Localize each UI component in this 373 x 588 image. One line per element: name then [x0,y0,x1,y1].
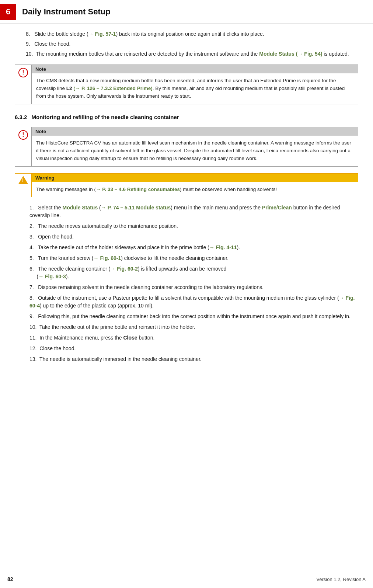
intro-list: 8. Slide the bottle sledge (→ Fig. 57-1)… [26,30,358,58]
step-num: 11. [29,335,38,341]
step-num: 8. [29,295,36,301]
note-content-2: Note The HistoCore SPECTRA CV has an aut… [31,127,358,166]
note-icon: ! [18,68,28,77]
step-text: Take the needle out of the holder sidewa… [38,244,240,250]
close-btn-ref: Close [123,335,137,341]
note-body-1: The CMS detects that a new mounting medi… [32,73,358,104]
step-num: 1. [29,205,36,211]
step-num: 3. [29,234,36,240]
list-item: 1. Select the Module Status (→ P. 74 – 5… [29,204,358,219]
ref-fig54: (→ Fig. 54) [296,51,323,57]
step-num: 4. [29,244,36,250]
step-text: Following this, put the needle cleaning … [38,313,351,319]
step-num: 9. [29,313,36,319]
list-item: 10. The mounting medium bottles that are… [26,50,358,58]
list-item: 5. Turn the knurled screw (→ Fig. 60-1) … [29,254,358,262]
note-box-2: ! Note The HistoCore SPECTRA CV has an a… [15,127,358,167]
step-num: 5. [29,255,36,261]
step-text: Select the Module Status (→ P. 74 – 5.11… [29,205,340,218]
ref-fig60-4: → Fig. 60-4 [29,295,355,309]
warning-text: The warning messages in (→ P. 33 – 4.6 R… [36,187,277,192]
note-icon-2: ! [18,130,28,140]
step-num: 13. [29,356,38,362]
step-text: Open the hood. [38,234,74,240]
l2-ref: L2 [66,86,72,91]
item-text: The mounting medium bottles that are rei… [36,51,349,57]
page-footer: 82 Version 1.2, Revision A [0,576,373,582]
warning-triangle-icon [18,176,28,184]
item-num: 9. [26,41,33,47]
item-num: 10. [26,51,34,57]
page-title: Daily Instrument Setup [22,7,111,17]
section-heading: 6.3.2 Monitoring and refilling of the ne… [15,114,358,120]
note-icon-col-2: ! [15,127,31,166]
list-item: 4. Take the needle out of the holder sid… [29,244,358,251]
page-header: 6 Daily Instrument Setup [0,0,373,24]
warning-label: Warning [32,174,358,182]
step-text: In the Maintenance menu, press the Close… [39,335,154,341]
ref-fig60-1: → Fig. 60-1 [94,255,121,261]
item-num: 8. [26,31,33,37]
step-text: The needle cleaning container (→ Fig. 60… [29,266,226,279]
chapter-badge: 6 [0,4,16,20]
section-num: 6.3.2 [15,114,27,120]
warning-content: Warning The warning messages in (→ P. 33… [31,174,358,197]
warning-box: Warning The warning messages in (→ P. 33… [15,173,358,198]
steps-list: 1. Select the Module Status (→ P. 74 – 5… [26,204,358,363]
module-status-ref2: Module Status [63,205,98,211]
note-icon-col: ! [15,65,31,104]
note-text: The CMS detects that a new mounting medi… [36,78,345,99]
main-content: 8. Slide the bottle sledge (→ Fig. 57-1)… [0,30,373,390]
list-item: 11. In the Maintenance menu, press the C… [29,334,358,342]
note-body-2: The HistoCore SPECTRA CV has an automati… [32,136,358,166]
step-text: The needle is automatically immersed in … [39,356,202,362]
step-text: The needle moves automatically to the ma… [38,223,178,229]
warning-body: The warning messages in (→ P. 33 – 4.6 R… [32,182,358,197]
list-item: 9. Close the hood. [26,40,358,48]
note-label-2: Note [32,127,358,136]
ref-fig57: → Fig. 57-1 [88,31,116,37]
ref-module-status: → P. 74 – 5.11 Module status [101,205,171,211]
ref-fig60-2: → Fig. 60-2 [110,266,138,272]
step-num: 2. [29,223,36,229]
warning-icon-col [15,174,31,197]
module-status-ref: Module Status [259,51,294,57]
ref-extended-prime: (→ P. 126 – 7.3.2 Extended Prime) [73,86,152,91]
list-item: 8. Outside of the instrument, use a Past… [29,294,358,310]
list-item: 13. The needle is automatically immersed… [29,355,358,363]
list-item: 3. Open the hood. [29,233,358,241]
prime-clean-ref: Prime/Clean [262,205,292,211]
step-num: 10. [29,324,38,330]
step-text: Close the hood. [39,345,76,351]
step-text: Outside of the instrument, use a Pasteur… [29,295,355,309]
step-text: Take the needle out of the prime bottle … [39,324,195,330]
ref-fig60-3: → Fig. 60-3 [38,274,66,279]
list-item: 9. Following this, put the needle cleani… [29,313,358,320]
list-item: 8. Slide the bottle sledge (→ Fig. 57-1)… [26,30,358,38]
list-item: 6. The needle cleaning container (→ Fig.… [29,265,358,281]
section-title: Monitoring and refilling of the needle c… [32,114,179,120]
note-label-1: Note [32,65,358,73]
list-item: 7. Dispose remaining solvent in the need… [29,283,358,291]
ref-fig4-11: → Fig. 4-11 [209,244,237,250]
list-item: 12. Close the hood. [29,345,358,352]
list-item: 10. Take the needle out of the prime bot… [29,323,358,331]
item-text: Slide the bottle sledge (→ Fig. 57-1) ba… [34,31,264,37]
step-text: Turn the knurled screw (→ Fig. 60-1) clo… [38,255,229,261]
item-text: Close the hood. [34,41,70,47]
list-item: 2. The needle moves automatically to the… [29,222,358,230]
step-text: Dispose remaining solvent in the needle … [38,284,264,290]
step-num: 12. [29,345,38,351]
note-content-1: Note The CMS detects that a new mounting… [31,65,358,104]
note-box-1: ! Note The CMS detects that a new mounti… [15,65,358,104]
step-num: 7. [29,284,36,290]
step-num: 6. [29,266,36,272]
footer-page-num: 82 [7,576,13,582]
ref-consumables: → P. 33 – 4.6 Refilling consumables [96,187,180,192]
footer-version: Version 1.2, Revision A [316,577,366,582]
